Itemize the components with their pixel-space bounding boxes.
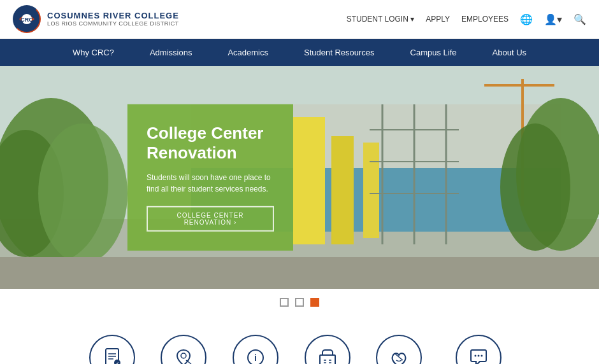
apply-icon: ✓ xyxy=(89,335,135,364)
quick-link-support-us[interactable]: Support Us xyxy=(376,335,422,364)
nav-why-crc[interactable]: Why CRC? xyxy=(55,39,132,66)
register-icon xyxy=(305,335,350,364)
top-navigation: STUDENT LOGIN ▾ APPLY EMPLOYEES 🌐 👤▾ 🔍 xyxy=(347,13,586,25)
visit-icon xyxy=(161,335,206,364)
nav-student-resources[interactable]: Student Resources xyxy=(286,39,393,66)
college-logo[interactable]: CRC xyxy=(13,5,41,33)
student-login-link[interactable]: STUDENT LOGIN ▾ xyxy=(347,15,414,24)
carousel-dot-3[interactable] xyxy=(310,298,319,307)
svg-point-43 xyxy=(480,355,482,357)
nav-academics[interactable]: Academics xyxy=(210,39,286,66)
main-navigation: Why CRC? Admissions Academics Student Re… xyxy=(0,39,599,66)
quick-link-register[interactable]: Register xyxy=(305,335,350,364)
hero-cta-button[interactable]: COLLEGE CENTER RENOVATION › xyxy=(147,206,274,232)
svg-rect-24 xyxy=(0,257,599,289)
info-icon: i xyxy=(233,335,278,364)
search-icon[interactable]: 🔍 xyxy=(574,13,586,25)
user-icon[interactable]: 👤▾ xyxy=(544,13,562,25)
carousel-dot-2[interactable] xyxy=(295,298,304,307)
svg-point-21 xyxy=(38,123,127,263)
hero-section: College Center Renovation Students will … xyxy=(0,66,599,289)
carousel-dot-1[interactable] xyxy=(280,298,289,307)
svg-point-41 xyxy=(474,355,476,357)
logo-text: COSUMNES RIVER COLLEGE LOS RIOS COMMUNIT… xyxy=(47,11,179,27)
svg-rect-35 xyxy=(320,355,335,364)
svg-point-31 xyxy=(181,353,186,358)
svg-text:i: i xyxy=(254,353,257,363)
svg-rect-8 xyxy=(293,117,325,244)
quick-link-visit[interactable]: Visit xyxy=(161,335,206,364)
nav-about-us[interactable]: About Us xyxy=(475,39,544,66)
globe-icon[interactable]: 🌐 xyxy=(520,13,533,25)
quick-link-request-info[interactable]: i Request Info xyxy=(232,335,279,364)
top-header: CRC COSUMNES RIVER COLLEGE LOS RIOS COMM… xyxy=(0,0,599,39)
svg-text:CRC: CRC xyxy=(20,17,33,23)
construction-scene xyxy=(0,66,599,289)
quick-link-share-story[interactable]: Share Your Story xyxy=(447,335,510,364)
support-icon xyxy=(376,335,422,364)
employees-link[interactable]: EMPLOYEES xyxy=(461,15,509,24)
logo-area: CRC COSUMNES RIVER COLLEGE LOS RIOS COMM… xyxy=(13,5,179,33)
svg-point-23 xyxy=(500,123,570,251)
nav-admissions[interactable]: Admissions xyxy=(132,39,210,66)
apply-link[interactable]: APPLY xyxy=(426,15,450,24)
carousel-dots xyxy=(0,289,599,316)
hero-card: College Center Renovation Students will … xyxy=(127,104,293,251)
college-name: COSUMNES RIVER COLLEGE xyxy=(47,11,179,21)
hero-description: Students will soon have one place to fin… xyxy=(147,172,274,195)
quick-link-apply[interactable]: ✓ Apply xyxy=(89,335,135,364)
story-icon xyxy=(456,335,502,364)
svg-text:✓: ✓ xyxy=(115,361,119,365)
quick-links-section: ✓ Apply Visit i Request Info xyxy=(0,316,599,364)
svg-rect-10 xyxy=(363,143,379,238)
district-name: LOS RIOS COMMUNITY COLLEGE DISTRICT xyxy=(47,20,179,27)
hero-title: College Center Renovation xyxy=(147,123,274,163)
svg-rect-9 xyxy=(331,136,354,244)
svg-point-42 xyxy=(477,355,479,357)
nav-campus-life[interactable]: Campus Life xyxy=(393,39,475,66)
